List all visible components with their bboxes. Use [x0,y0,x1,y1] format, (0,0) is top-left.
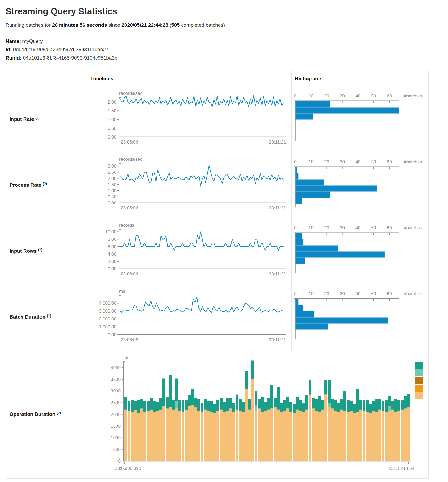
svg-text:3.00: 3.00 [108,164,116,169]
histogram-svg: 0102030405060#batches [292,284,427,350]
query-meta: Name: myQuery Id: 9d0dd219-995d-423e-b97… [6,37,448,62]
help-link-operation-duration[interactable]: ? [58,411,60,415]
svg-text:ms: ms [119,289,125,294]
svg-text:1000: 1000 [111,435,121,440]
help-badge: (?) [35,116,39,120]
svg-text:30: 30 [340,225,345,230]
svg-text:0.00: 0.00 [108,266,116,271]
stats-table-header-row: Timelines Histograms [6,71,429,86]
svg-text:8.00: 8.00 [108,237,116,242]
help-badge: (?) [47,314,51,318]
svg-text:20: 20 [324,93,329,99]
svg-text:10: 10 [309,159,314,164]
svg-text:records/sec: records/sec [119,157,142,162]
svg-text:60: 60 [387,93,392,99]
header-empty-cell [6,71,87,86]
input-rate-histogram-chart: 0102030405060#batches [292,86,429,152]
svg-text:30: 30 [340,159,345,164]
svg-text:23:11:21: 23:11:21 [269,271,286,276]
header-timelines: Timelines [87,71,292,86]
timeline-svg: ms0.001,000.002,000.003,000.004,000.0023… [87,284,288,350]
input-rows-histogram-chart: 0102030405060#batches [292,218,429,284]
svg-text:20: 20 [324,291,329,296]
svg-text:23:11:21: 23:11:21 [269,337,286,342]
svg-text:2,000.00: 2,000.00 [99,316,116,322]
row-process-rate: Process Rate (?) records/sec0.000.501.00… [6,152,429,218]
svg-text:500: 500 [113,447,121,452]
histogram-svg: 0102030405060#batches [292,218,427,284]
start-time: 2020/05/21 22:44:28 [121,22,168,28]
svg-text:10: 10 [309,291,314,296]
svg-text:6.00: 6.00 [108,244,116,249]
svg-text:40: 40 [355,159,360,164]
svg-text:2000: 2000 [111,412,121,417]
svg-text:4.00: 4.00 [108,252,116,257]
svg-text:0: 0 [294,93,296,99]
help-link-input-rate[interactable]: ? [37,116,38,120]
legend-swatch [415,392,423,399]
svg-text:60: 60 [387,225,392,230]
stats-table: Timelines Histograms Input Rate (?) reco… [6,71,429,479]
svg-text:2.50: 2.50 [108,170,116,175]
svg-text:30: 30 [340,93,345,99]
help-badge: (?) [38,248,42,252]
svg-text:0: 0 [118,459,121,464]
svg-text:#batches: #batches [404,291,422,296]
help-link-process-rate[interactable]: ? [44,182,46,186]
histogram-svg: 0102030405060#batches [292,86,427,152]
svg-text:2.00: 2.00 [108,100,116,105]
svg-text:1500: 1500 [111,424,121,429]
query-id-value: 9d0dd219-995d-423e-b97d-36931110bb27 [13,47,109,52]
svg-text:#batches: #batches [404,159,422,164]
svg-text:40: 40 [355,93,360,99]
page: Streaming Query Statistics Running batch… [0,0,448,482]
svg-text:0: 0 [294,291,296,296]
row-batch-duration: Batch Duration (?) ms0.001,000.002,000.0… [6,284,429,350]
svg-text:40: 40 [355,225,360,230]
help-badge: (?) [57,411,61,415]
svg-text:#batches: #batches [404,225,422,230]
help-badge: (?) [43,182,47,186]
help-link-input-rows[interactable]: ? [39,248,41,252]
svg-text:10: 10 [309,225,314,230]
query-id-line: Id: 9d0dd219-995d-423e-b97d-36931110bb27 [6,45,448,53]
row-label-input-rate: Input Rate (?) [6,86,87,152]
svg-text:3500: 3500 [111,377,121,382]
stacked-chart-svg: ms0500100015002000250030003500400023:06:… [87,350,430,478]
completed-batches-count: 505 [171,22,180,28]
svg-text:0.00: 0.00 [108,135,116,140]
svg-text:0.00: 0.00 [108,200,116,206]
query-name-line: Name: myQuery [6,37,448,45]
row-label-process-rate: Process Rate (?) [6,152,87,218]
page-title: Streaming Query Statistics [6,6,448,16]
legend-swatch [415,377,423,384]
svg-text:60: 60 [387,291,392,296]
svg-text:50: 50 [371,93,376,99]
svg-text:20: 20 [324,159,329,164]
row-label-batch-duration: Batch Duration (?) [6,284,87,350]
svg-text:1.00: 1.00 [108,188,116,193]
svg-text:23:06:06: 23:06:06 [121,271,138,276]
query-runid-value: 04e101e6-8bf8-4165-9099-9104c951ba3b [23,55,117,61]
query-name-value: myQuery [22,38,43,44]
svg-text:3000: 3000 [111,389,121,394]
svg-text:1.00: 1.00 [108,117,116,122]
row-operation-duration: Operation Duration (?) ms050010001500200… [6,350,429,479]
svg-text:23:11:21.864: 23:11:21.864 [388,466,414,471]
svg-text:0.00: 0.00 [108,332,116,337]
svg-text:2.00: 2.00 [108,259,116,264]
svg-text:20: 20 [324,225,329,230]
svg-text:0.50: 0.50 [108,194,116,199]
histogram-svg: 0102030405060#batches [292,152,427,218]
process-rate-histogram-chart: 0102030405060#batches [292,152,429,218]
legend-swatch [415,362,423,369]
help-link-batch-duration[interactable]: ? [48,314,50,318]
row-label-input-rows: Input Rows (?) [6,218,87,284]
svg-text:10.00: 10.00 [105,229,116,234]
timeline-svg: records/sec0.000.501.001.502.002.503.002… [87,152,288,218]
input-rate-timeline-chart: records/sec0.000.501.001.502.0023:06:062… [87,86,292,152]
svg-text:60: 60 [387,159,392,164]
running-duration: 26 minutes 56 seconds [52,22,107,28]
svg-text:30: 30 [340,291,345,296]
legend-swatch [415,385,423,392]
